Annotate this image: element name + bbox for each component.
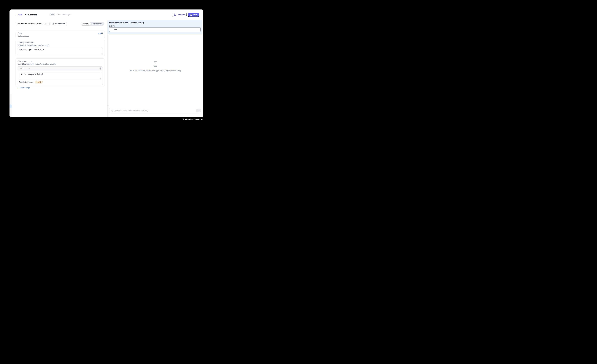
plus-icon: + <box>98 32 99 34</box>
dish-variable-label: {{dish}} <box>109 25 201 27</box>
prompt-editor-panel: aws/anthropic/bedrock-claude-3-5-s... <box>9 20 108 117</box>
parameters-button[interactable]: Parameters <box>51 22 67 26</box>
send-message-button[interactable]: ↑ <box>196 109 200 112</box>
developer-message-field-wrap: Respond as jack sparrow would <box>18 47 103 55</box>
hint-prefix: Use <box>18 63 21 65</box>
model-select[interactable]: aws/anthropic/bedrock-claude-3-5-s... <box>16 22 49 26</box>
chevron-down-icon <box>29 67 30 70</box>
parameters-label: Parameters <box>55 23 65 25</box>
back-button[interactable]: ← Back <box>15 14 22 16</box>
detected-variables-label: Detected variables: <box>19 81 33 83</box>
screenshot-stage: ← Back New prompt Draft Unsaved changes … <box>0 0 213 130</box>
watermark-credit: Screenshot by Xnapper.com <box>183 119 203 120</box>
tools-card: Tools + Add No tools added <box>16 31 105 38</box>
format-toggle: PRETTY DOTPROMPT <box>81 22 104 26</box>
terminal-icon <box>174 14 176 16</box>
template-variables-section: Fill in template variables to start test… <box>108 20 202 34</box>
get-code-button[interactable]: Get Code <box>172 13 187 17</box>
dish-variable-input[interactable] <box>109 27 201 32</box>
unsaved-changes-label: Unsaved changes <box>57 14 71 15</box>
plus-icon: + <box>18 87 19 89</box>
developer-message-card: Developer message Optional system instru… <box>16 40 105 56</box>
detected-variable-name: dish <box>38 81 41 83</box>
back-label: Back <box>18 14 22 16</box>
add-message-label: Add message <box>19 87 30 89</box>
back-arrow-icon: ← <box>15 14 17 16</box>
main-content: aws/anthropic/bedrock-claude-3-5-s... <box>9 20 203 117</box>
developer-message-title: Developer message <box>18 41 103 44</box>
drag-handle-icon[interactable] <box>100 68 101 69</box>
robot-icon <box>154 61 157 67</box>
add-tool-label: Add <box>100 32 103 34</box>
draft-status-badge: Draft <box>49 13 55 16</box>
message-block: User Give me a recipe for {{dish}} <box>18 66 103 85</box>
toggle-pretty[interactable]: PRETTY <box>81 22 91 25</box>
add-message-button[interactable]: + Add message <box>18 87 30 89</box>
sidebar-active-highlight <box>9 105 12 108</box>
chat-input-footer: ↑ <box>108 106 203 117</box>
chat-message-input[interactable] <box>109 108 201 113</box>
chevron-down-icon <box>47 23 48 25</box>
testing-panel: Fill in template variables to start test… <box>108 20 203 117</box>
chat-empty-text: Fill in the variables above, then type a… <box>130 69 181 72</box>
toggle-dotprompt[interactable]: DOTPROMPT <box>91 22 104 25</box>
developer-message-subtitle: Optional system instructions for the mod… <box>18 44 103 46</box>
detected-variable-chip[interactable]: ✎ dish <box>35 81 43 83</box>
role-select-value[interactable]: User <box>20 68 24 69</box>
detected-variables-row: Detected variables: ✎ dish <box>19 81 101 85</box>
editor-toolbar: aws/anthropic/bedrock-claude-3-5-s... <box>16 22 105 26</box>
variable-syntax-chip: {{variable}} <box>21 63 34 65</box>
message-role-header: User <box>18 67 102 70</box>
header: ← Back New prompt Draft Unsaved changes … <box>9 9 203 20</box>
developer-message-input[interactable]: Respond as jack sparrow would <box>18 47 103 55</box>
tools-title: Tools <box>18 32 22 34</box>
message-field-wrap: Give me a recipe for {{dish}} <box>19 72 101 80</box>
template-variables-title: Fill in template variables to start test… <box>109 22 201 24</box>
add-tool-button[interactable]: + Add <box>98 32 103 34</box>
prompt-messages-card: Prompt messages Use {{variable}} syntax … <box>16 58 105 86</box>
save-label: Save <box>193 14 197 16</box>
variable-syntax-hint: Use {{variable}} syntax for template var… <box>18 63 103 65</box>
message-input[interactable]: Give me a recipe for {{dish}} <box>19 72 101 80</box>
save-button[interactable]: Save <box>188 13 199 17</box>
arrow-up-icon: ↑ <box>197 109 198 111</box>
get-code-label: Get Code <box>177 14 185 16</box>
page-title: New prompt <box>25 14 37 16</box>
message-body: Give me a recipe for {{dish}} Detected v… <box>18 70 102 85</box>
model-select-value: aws/anthropic/bedrock-claude-3-5-s... <box>17 23 47 25</box>
prompt-messages-title: Prompt messages <box>18 60 103 62</box>
tools-empty-text: No tools added <box>18 35 103 37</box>
chat-empty-area: Fill in the variables above, then type a… <box>108 34 203 106</box>
hint-suffix: syntax for template variables <box>35 63 56 65</box>
save-floppy-icon <box>190 14 192 16</box>
gear-icon <box>52 23 55 25</box>
app-window: ← Back New prompt Draft Unsaved changes … <box>9 9 203 117</box>
pencil-icon: ✎ <box>36 81 38 83</box>
